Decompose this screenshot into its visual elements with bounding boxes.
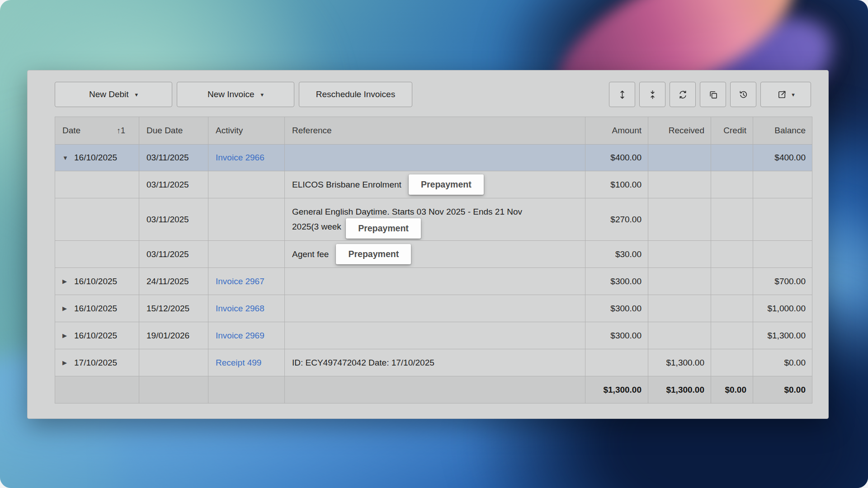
row-invoice-2968[interactable]: ▶ 16/10/2025 15/12/2025 Invoice 2968 $30… — [55, 295, 812, 322]
history-button[interactable] — [730, 82, 756, 107]
row-received — [648, 268, 711, 295]
row-amount: $300.00 — [585, 268, 648, 295]
sort-ascending-icon: ↑1 — [117, 126, 125, 136]
row-reference: Agent fee — [292, 249, 329, 259]
row-balance — [753, 198, 812, 241]
row-amount: $270.00 — [585, 198, 648, 241]
row-balance: $0.00 — [753, 349, 812, 376]
row-receipt-499[interactable]: ▶ 17/10/2025 Receipt 499 ID: ECY49747204… — [55, 349, 812, 376]
row-balance: $1,300.00 — [753, 322, 812, 349]
column-header-activity[interactable]: Activity — [208, 117, 285, 145]
copy-button[interactable] — [700, 82, 726, 107]
row-received — [648, 198, 711, 241]
invoice-2968-link[interactable]: Invoice 2968 — [216, 304, 264, 313]
row-line-item-general-english[interactable]: 03/11/2025 General English Daytime. Star… — [55, 198, 812, 241]
column-header-credit[interactable]: Credit — [711, 117, 753, 145]
expand-row-icon[interactable]: ▶ — [62, 359, 74, 366]
row-reference: ID: ECY497472042 Date: 17/10/2025 — [285, 349, 585, 376]
row-due-date: 15/12/2025 — [139, 295, 208, 322]
invoice-2967-link[interactable]: Invoice 2967 — [216, 277, 264, 286]
total-credit: $0.00 — [711, 376, 753, 404]
prepayment-badge[interactable]: Prepayment — [409, 174, 484, 195]
row-received — [648, 145, 711, 171]
expand-row-icon[interactable]: ▶ — [62, 332, 74, 339]
row-credit — [711, 268, 753, 295]
row-date: 16/10/2025 — [74, 331, 117, 341]
row-balance: $400.00 — [753, 145, 812, 171]
row-amount — [585, 349, 648, 376]
row-reference — [285, 268, 585, 295]
row-received — [648, 241, 711, 268]
row-line-item-elicos[interactable]: 03/11/2025 ELICOS Brisbane Enrolment Pre… — [55, 171, 812, 198]
row-received — [648, 171, 711, 198]
new-debit-button[interactable]: New Debit ▾ — [55, 82, 172, 107]
copy-icon — [708, 89, 718, 100]
row-balance: $700.00 — [753, 268, 812, 295]
new-invoice-button[interactable]: New Invoice ▾ — [177, 82, 294, 107]
history-icon — [738, 89, 749, 100]
expand-all-button[interactable] — [609, 82, 635, 107]
reschedule-invoices-label: Reschedule Invoices — [316, 89, 395, 99]
row-totals: $1,300.00 $1,300.00 $0.00 $0.00 — [55, 376, 812, 404]
row-balance — [753, 171, 812, 198]
row-amount: $30.00 — [585, 241, 648, 268]
new-invoice-label: New Invoice — [208, 89, 255, 99]
expand-row-icon[interactable]: ▶ — [62, 305, 74, 312]
row-credit — [711, 145, 753, 171]
export-button[interactable]: ▾ — [760, 82, 811, 107]
expand-row-icon[interactable]: ▶ — [62, 278, 74, 285]
prepayment-badge[interactable]: Prepayment — [346, 218, 421, 239]
row-due-date: 24/11/2025 — [139, 268, 208, 295]
row-date: 16/10/2025 — [74, 304, 117, 314]
table-header-row: Date ↑1 Due Date Activity Reference Amou… — [55, 117, 812, 145]
date-header-label: Date — [62, 126, 80, 136]
row-balance: $1,000.00 — [753, 295, 812, 322]
row-date: 17/10/2025 — [74, 358, 117, 368]
column-header-date[interactable]: Date ↑1 — [55, 117, 139, 145]
invoice-2966-link[interactable]: Invoice 2966 — [216, 153, 264, 162]
row-date: 16/10/2025 — [74, 153, 117, 163]
collapse-row-icon[interactable]: ▼ — [62, 155, 74, 161]
row-date: 16/10/2025 — [74, 277, 117, 286]
row-received — [648, 322, 711, 349]
receipt-499-link[interactable]: Receipt 499 — [216, 358, 261, 367]
row-due-date: 03/11/2025 — [139, 198, 208, 241]
new-debit-label: New Debit — [89, 89, 129, 99]
row-reference — [285, 145, 585, 171]
row-received: $1,300.00 — [648, 349, 711, 376]
chevron-down-icon: ▾ — [792, 92, 795, 98]
prepayment-badge[interactable]: Prepayment — [336, 244, 411, 264]
column-header-due-date[interactable]: Due Date — [139, 117, 208, 145]
row-amount: $400.00 — [585, 145, 648, 171]
export-icon — [777, 89, 787, 100]
row-amount: $100.00 — [585, 171, 648, 198]
collapse-all-button[interactable] — [639, 82, 665, 107]
chevron-down-icon: ▾ — [135, 92, 138, 98]
toolbar: New Debit ▾ New Invoice ▾ Reschedule Inv… — [55, 82, 811, 107]
column-header-balance[interactable]: Balance — [753, 117, 812, 145]
total-amount: $1,300.00 — [585, 376, 648, 404]
row-amount: $300.00 — [585, 322, 648, 349]
row-credit — [711, 241, 753, 268]
row-due-date — [139, 349, 208, 376]
total-received: $1,300.00 — [648, 376, 711, 404]
row-invoice-2966[interactable]: ▼ 16/10/2025 03/11/2025 Invoice 2966 $40… — [55, 145, 812, 171]
row-line-item-agent-fee[interactable]: 03/11/2025 Agent fee Prepayment $30.00 — [55, 241, 812, 268]
column-header-reference[interactable]: Reference — [285, 117, 585, 145]
row-reference — [285, 322, 585, 349]
row-credit — [711, 198, 753, 241]
row-invoice-2967[interactable]: ▶ 16/10/2025 24/11/2025 Invoice 2967 $30… — [55, 268, 812, 295]
row-credit — [711, 349, 753, 376]
refresh-button[interactable] — [670, 82, 696, 107]
invoice-2969-link[interactable]: Invoice 2969 — [216, 331, 264, 340]
row-due-date: 03/11/2025 — [139, 241, 208, 268]
column-header-received[interactable]: Received — [648, 117, 711, 145]
row-reference — [285, 295, 585, 322]
row-invoice-2969[interactable]: ▶ 16/10/2025 19/01/2026 Invoice 2969 $30… — [55, 322, 812, 349]
ledger-table: Date ↑1 Due Date Activity Reference Amou… — [55, 117, 812, 404]
column-header-amount[interactable]: Amount — [585, 117, 648, 145]
collapse-all-icon — [647, 89, 658, 100]
reschedule-invoices-button[interactable]: Reschedule Invoices — [299, 82, 412, 107]
row-received — [648, 295, 711, 322]
row-credit — [711, 171, 753, 198]
